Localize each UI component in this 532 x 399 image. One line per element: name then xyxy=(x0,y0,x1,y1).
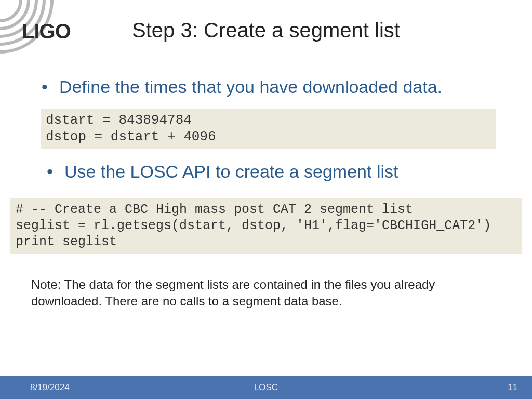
footer-center: LOSC xyxy=(0,382,532,393)
svg-point-0 xyxy=(0,0,21,21)
slide-title: Step 3: Create a segment list xyxy=(0,19,532,42)
bullet-1: • Define the times that you have downloa… xyxy=(42,75,501,99)
footer-page: 11 xyxy=(508,382,517,393)
code-block-1: dstart = 843894784 dstop = dstart + 4096 xyxy=(41,109,496,149)
slide-content: • Define the times that you have downloa… xyxy=(0,75,532,310)
bullet-dot-icon: • xyxy=(42,75,48,99)
code-block-2: # -- Create a CBC High mass post CAT 2 s… xyxy=(10,198,522,254)
bullet-2-text: Use the LOSC API to create a segment lis… xyxy=(64,160,398,184)
footer-bar: 8/19/2024 LOSC 11 xyxy=(0,376,532,399)
bullet-2: • Use the LOSC API to create a segment l… xyxy=(47,160,501,184)
note-text: Note: The data for the segment lists are… xyxy=(31,276,496,310)
slide: LIGO Step 3: Create a segment list • Def… xyxy=(0,0,532,399)
footer-date: 8/19/2024 xyxy=(30,382,70,393)
bullet-1-text: Define the times that you have downloade… xyxy=(59,75,442,99)
bullet-dot-icon: • xyxy=(47,160,53,184)
